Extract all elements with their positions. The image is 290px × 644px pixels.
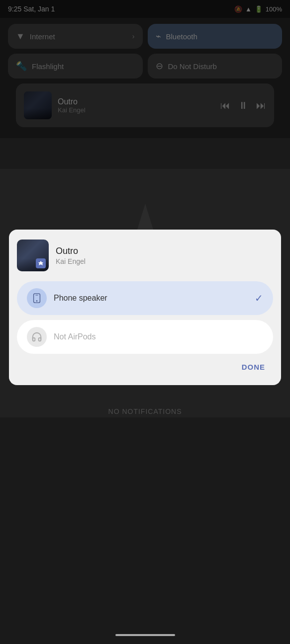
done-button[interactable]: DONE (234, 359, 273, 375)
dialog-footer: DONE (17, 359, 273, 375)
checkmark-icon: ✓ (255, 292, 263, 304)
svg-point-2 (36, 300, 38, 302)
phone-speaker-option[interactable]: Phone speaker ✓ (17, 281, 273, 315)
not-airpods-option[interactable]: Not AirPods (17, 320, 273, 354)
svg-rect-3 (35, 295, 38, 296)
dialog-song-title: Outro (56, 246, 86, 256)
headphones-icon (27, 327, 47, 347)
audio-output-dialog: Outro Kai Engel Phone speaker ✓ Not AirP… (9, 230, 281, 385)
phone-speaker-label: Phone speaker (54, 294, 107, 303)
dialog-song-artist: Kai Engel (56, 257, 86, 265)
home-bar (115, 634, 175, 636)
dialog-header: Outro Kai Engel (17, 240, 273, 271)
dialog-media-info: Outro Kai Engel (56, 246, 86, 265)
not-airpods-label: Not AirPods (54, 332, 96, 341)
phone-speaker-icon (27, 288, 47, 308)
dialog-thumbnail (17, 240, 49, 271)
service-icon (36, 258, 46, 268)
